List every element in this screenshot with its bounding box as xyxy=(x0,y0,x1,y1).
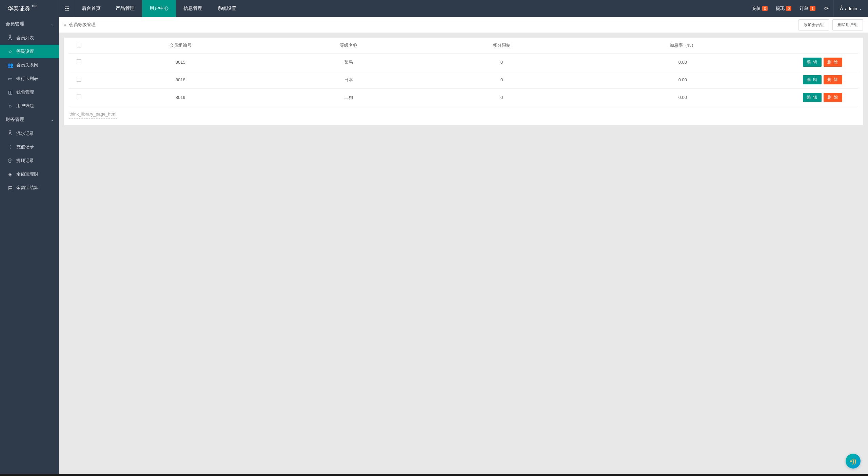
cell-id: 8018 xyxy=(89,71,272,89)
sidebar-item-label: 钱包管理 xyxy=(16,89,34,95)
col-rate: 加息率（%） xyxy=(578,38,787,54)
main: 会员管理 ⌄ ᐰ 会员列表 ☆ 等级设置 👥 会员关系网 ▭ 银行卡列表 ◫ 钱… xyxy=(0,17,868,476)
col-points: 积分限制 xyxy=(425,38,578,54)
table-row: 8019二狗00.00编 辑删 除 xyxy=(69,89,858,106)
breadcrumb: » 会员等级管理 xyxy=(64,22,96,28)
table-header-row: 会员组编号 等级名称 积分限制 加息率（%） xyxy=(69,38,858,54)
sidebar-group-label: 财务管理 xyxy=(5,117,24,123)
sidebar-item-label: 流水记录 xyxy=(16,130,34,137)
withdraw-badge: 0 xyxy=(786,6,791,11)
header: 华泰证券 TP6 ☲ 后台首页 产品管理 用户中心 信息管理 系统设置 充值 0… xyxy=(0,0,868,17)
sidebar-item-member-network[interactable]: 👥 会员关系网 xyxy=(0,58,59,72)
user-name: admin xyxy=(845,6,857,11)
chevron-down-icon: ⌄ xyxy=(51,118,54,122)
calc-icon: ▤ xyxy=(7,185,13,190)
user-menu[interactable]: ᐰ admin ⌄ xyxy=(833,0,868,17)
titlebar: » 会员等级管理 添加会员组 删除用户组 xyxy=(59,17,868,33)
table-row: 8015菜鸟00.00编 辑删 除 xyxy=(69,54,858,71)
title-actions: 添加会员组 删除用户组 xyxy=(798,19,863,30)
dots-icon: ⋮ xyxy=(7,144,13,150)
cell-points: 0 xyxy=(425,54,578,71)
sidebar-item-yuebao-settle[interactable]: ▤ 余额宝结算 xyxy=(0,181,59,194)
table-row: 8018日本00.00编 辑删 除 xyxy=(69,71,858,89)
nav-home[interactable]: 后台首页 xyxy=(74,0,108,17)
wallet-icon: ◫ xyxy=(7,89,13,95)
sidebar-group-finance[interactable]: 财务管理 ⌄ xyxy=(0,112,59,127)
recharge-badge: 0 xyxy=(762,6,768,11)
cell-points: 0 xyxy=(425,89,578,106)
cell-rate: 0.00 xyxy=(578,71,787,89)
edit-button[interactable]: 编 辑 xyxy=(803,75,822,84)
sidebar-item-member-list[interactable]: ᐰ 会员列表 xyxy=(0,31,59,45)
nav-system[interactable]: 系统设置 xyxy=(210,0,244,17)
cell-rate: 0.00 xyxy=(578,54,787,71)
cell-name: 二狗 xyxy=(272,89,425,106)
delete-button[interactable]: 删 除 xyxy=(824,75,842,84)
logo[interactable]: 华泰证券 TP6 xyxy=(0,0,59,17)
row-checkbox[interactable] xyxy=(77,59,81,64)
sidebar-item-label: 用户钱包 xyxy=(16,103,34,109)
header-right: 充值 0 提现 0 订单 1 ⟳ ᐰ admin ⌄ xyxy=(748,0,868,17)
sidebar-item-label: 充值记录 xyxy=(16,144,34,150)
cell-points: 0 xyxy=(425,71,578,89)
col-name: 等级名称 xyxy=(272,38,425,54)
delete-button[interactable]: 删 除 xyxy=(824,58,842,67)
data-panel: 会员组编号 等级名称 积分限制 加息率（%） 8015菜鸟00.00编 辑删 除… xyxy=(64,38,863,125)
sidebar-item-label: 会员列表 xyxy=(16,35,34,41)
binoculars-icon: ⌂ xyxy=(7,103,13,108)
sidebar-group-label: 会员管理 xyxy=(5,21,24,27)
col-id: 会员组编号 xyxy=(89,38,272,54)
nav-user-center[interactable]: 用户中心 xyxy=(142,0,176,17)
taskbar-strip xyxy=(0,474,868,476)
sidebar-item-flow-record[interactable]: ᐰ 流水记录 xyxy=(0,127,59,140)
chevron-down-icon: ⌄ xyxy=(51,22,54,26)
col-actions xyxy=(787,38,858,54)
fab-icon: •)) xyxy=(850,458,856,465)
delete-group-button[interactable]: 删除用户组 xyxy=(832,19,863,30)
sidebar-item-wallet-manage[interactable]: ◫ 钱包管理 xyxy=(0,85,59,99)
sidebar-item-label: 会员关系网 xyxy=(16,62,38,68)
edit-button[interactable]: 编 辑 xyxy=(803,58,822,67)
recharge-label: 充值 xyxy=(752,5,761,12)
top-nav: 后台首页 产品管理 用户中心 信息管理 系统设置 xyxy=(74,0,244,17)
orders-label: 订单 xyxy=(800,5,808,12)
sidebar-item-label: 提现记录 xyxy=(16,158,34,164)
sidebar-item-withdraw-record[interactable]: ㊉ 提现记录 xyxy=(0,154,59,167)
recharge-link[interactable]: 充值 0 xyxy=(748,0,772,17)
row-checkbox[interactable] xyxy=(77,77,81,82)
menu-icon: ☲ xyxy=(64,5,69,12)
orders-badge: 1 xyxy=(810,6,815,11)
sidebar-item-bank-cards[interactable]: ▭ 银行卡列表 xyxy=(0,72,59,85)
withdraw-link[interactable]: 提现 0 xyxy=(772,0,795,17)
sidebar-group-member[interactable]: 会员管理 ⌄ xyxy=(0,17,59,31)
cell-name: 日本 xyxy=(272,71,425,89)
refresh-icon: ⟳ xyxy=(824,6,829,12)
user-icon: ᐰ xyxy=(7,131,13,136)
withdraw-label: 提现 xyxy=(776,5,785,12)
footer-note: think_library_page_html xyxy=(69,106,117,119)
sidebar-item-label: 银行卡列表 xyxy=(16,76,38,82)
edit-button[interactable]: 编 辑 xyxy=(803,93,822,102)
orders-link[interactable]: 订单 1 xyxy=(795,0,819,17)
nav-info[interactable]: 信息管理 xyxy=(176,0,210,17)
cell-name: 菜鸟 xyxy=(272,54,425,71)
sidebar-item-label: 余额宝结算 xyxy=(16,185,38,191)
select-all-checkbox[interactable] xyxy=(77,43,81,47)
floating-action-button[interactable]: •)) xyxy=(846,454,861,469)
users-icon: 👥 xyxy=(7,62,13,68)
cell-rate: 0.00 xyxy=(578,89,787,106)
row-checkbox[interactable] xyxy=(77,95,81,99)
sidebar: 会员管理 ⌄ ᐰ 会员列表 ☆ 等级设置 👥 会员关系网 ▭ 银行卡列表 ◫ 钱… xyxy=(0,17,59,476)
nav-product[interactable]: 产品管理 xyxy=(108,0,142,17)
sidebar-item-level-settings[interactable]: ☆ 等级设置 xyxy=(0,45,59,58)
page-title: 会员等级管理 xyxy=(69,22,96,28)
sidebar-item-user-wallet[interactable]: ⌂ 用户钱包 xyxy=(0,99,59,112)
star-icon: ☆ xyxy=(7,49,13,54)
delete-button[interactable]: 删 除 xyxy=(824,93,842,102)
chevron-down-icon: ⌄ xyxy=(859,7,862,11)
sidebar-item-recharge-record[interactable]: ⋮ 充值记录 xyxy=(0,140,59,154)
sidebar-item-yuebao-finance[interactable]: ◈ 余额宝理财 xyxy=(0,167,59,181)
sidebar-toggle[interactable]: ☲ xyxy=(59,0,74,17)
add-group-button[interactable]: 添加会员组 xyxy=(798,19,829,30)
refresh-button[interactable]: ⟳ xyxy=(820,5,833,12)
